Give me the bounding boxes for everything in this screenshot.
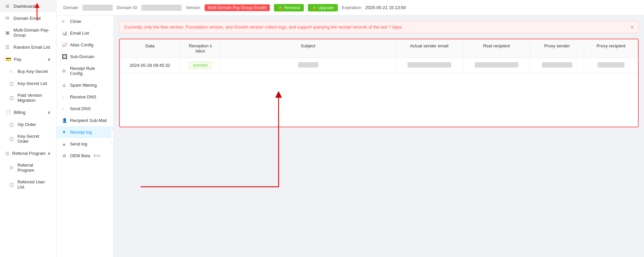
alert-close-button[interactable]: ✕ — [630, 25, 634, 30]
sub-label-email-list: Email List — [70, 31, 89, 36]
col-status: Reception status — [180, 39, 221, 57]
sub-item-receipt-log[interactable]: ▼ Receipt log — [57, 126, 113, 138]
oem-beta-badge: Beta — [94, 154, 101, 158]
version-badge: Multi-Domain Pay-Group-Growth — [205, 4, 270, 11]
col-proxy-recipient: Proxy recipient — [584, 39, 638, 57]
sidebar-item-referred-user-list[interactable]: ◫ Referred User List — [0, 176, 56, 193]
pay-chevron-icon: ∧ — [47, 57, 51, 62]
main-content: Currently, only the free version, Founda… — [114, 15, 644, 257]
sub-item-send-log[interactable]: ▲ Send log — [57, 138, 113, 150]
sidebar-label-referred-user-list: Referred User List — [17, 179, 51, 189]
sub-label-oem: OEM Beta — [70, 153, 90, 158]
sidebar-group-billing[interactable]: 📄 Billing ∧ — [0, 106, 56, 118]
sidebar-item-buy-key-secret[interactable]: ○ Buy Key-Secret — [0, 65, 56, 77]
spam-filtering-icon: 🖨 — [62, 83, 67, 88]
domain-id-label: Domain ID — [117, 5, 137, 10]
billing-chevron-icon: ∧ — [47, 110, 51, 115]
subject-blurred — [298, 62, 318, 68]
sub-domain-icon: 🔲 — [62, 54, 67, 59]
sub-item-alias-config[interactable]: 📈 Alias Config — [57, 39, 113, 51]
billing-icon: 📄 — [5, 110, 11, 115]
sidebar-label-referral: Referral Program — [12, 151, 46, 156]
random-email-icon: ☰ — [5, 44, 11, 50]
sidebar-group-pay[interactable]: 💳 Pay ∧ — [0, 53, 56, 65]
sub-label-spam-filtering: Spam filtering — [70, 83, 97, 88]
recipient-sub-mail-icon: 👤 — [62, 118, 67, 123]
sidebar-label-multi-domain: Multi-Domain Pay-Group — [13, 28, 51, 38]
sidebar-group-referral[interactable]: ◎ Referral Program ∧ — [0, 147, 56, 159]
domain-email-icon: ✉ — [5, 15, 11, 21]
sub-label-close: Close — [70, 19, 81, 24]
proxy-sender-blurred — [542, 62, 572, 68]
sub-item-receipt-rule-config[interactable]: ⚙ Receipt Rule Config — [57, 62, 113, 79]
version-label: Version — [186, 5, 200, 10]
real-recipient-blurred — [475, 62, 518, 68]
expiration-label: Expiration — [342, 5, 361, 10]
table-row: 2024-05-28 09:45:32 success — [120, 58, 638, 73]
sidebar-item-key-secret-list[interactable]: ◫ Key-Secret List — [0, 77, 56, 89]
col-actual-sender: Actual sender email — [396, 39, 463, 57]
alias-config-icon: 📈 — [62, 42, 67, 47]
dashboard-icon: ⊞ — [5, 3, 11, 9]
sidebar-item-key-secret-order[interactable]: ◫ Key-Secret Order — [0, 130, 56, 147]
sub-item-send-dns[interactable]: ↑ Send DNS — [57, 103, 113, 115]
sub-item-recipient-sub-mail[interactable]: 👤 Recipient Sub-Mail — [57, 115, 113, 126]
col-proxy-sender: Proxy sender — [530, 39, 584, 57]
sidebar-label-domain-email: Domain Email — [13, 16, 41, 21]
col-date: Data — [120, 39, 180, 57]
sub-sidebar-toggle[interactable]: ‹ — [111, 130, 114, 143]
receipt-log-icon: ▼ — [62, 130, 67, 135]
sidebar-label-billing: Billing — [14, 110, 26, 115]
sub-item-receive-dns[interactable]: ↓ Receive DNS — [57, 91, 113, 103]
col-real-recipient: Real recipient — [463, 39, 530, 57]
main-area: Domain Domain ID Version Multi-Domain Pa… — [57, 0, 644, 257]
cell-proxy-sender — [530, 58, 584, 73]
sidebar-label-random-email: Random Email List — [13, 45, 50, 50]
page-header: Domain Domain ID Version Multi-Domain Pa… — [57, 0, 644, 15]
domain-value — [82, 5, 113, 11]
paid-migration-icon: ◫ — [9, 95, 15, 100]
sidebar-label-buy-key-secret: Buy Key-Secret — [17, 69, 48, 74]
cell-status: success — [180, 58, 221, 73]
sidebar-item-multi-domain[interactable]: ▣ Multi-Domain Pay-Group — [0, 24, 56, 41]
cell-real-recipient — [463, 58, 530, 73]
sidebar-item-dashboard[interactable]: ⊞ Dashboard — [0, 0, 56, 12]
domain-id-value — [141, 5, 182, 11]
multi-domain-icon: ▣ — [5, 30, 11, 35]
oem-icon: 🖥 — [62, 153, 67, 158]
sidebar-item-paid-version-migration[interactable]: ◫ Paid Version Migration — [0, 89, 56, 106]
upgrade-button[interactable]: 🔒 Upgrade — [308, 4, 337, 11]
sub-label-receive-dns: Receive DNS — [70, 94, 96, 99]
cell-date: 2024-05-28 09:45:32 — [120, 59, 180, 72]
sidebar-item-random-email[interactable]: ☰ Random Email List — [0, 41, 56, 53]
sub-item-sub-domain[interactable]: 🔲 Sub-Domain — [57, 51, 113, 62]
data-table: Data Reception status Subject Actual sen… — [119, 39, 639, 127]
alert-message: Currently, only the free version, Founda… — [124, 25, 403, 30]
sub-label-sub-domain: Sub-Domain — [70, 54, 94, 59]
table-header: Data Reception status Subject Actual sen… — [120, 39, 638, 58]
sub-item-close[interactable]: ≡ Close — [57, 15, 113, 27]
sub-item-oem[interactable]: 🖥 OEM Beta Beta — [57, 150, 113, 162]
pay-icon: 💳 — [5, 56, 11, 62]
sub-sidebar: ‹ ≡ Close 📊 Email List 📈 Alias Config 🔲 … — [57, 15, 114, 257]
key-secret-list-icon: ◫ — [9, 81, 15, 86]
table-empty-area — [120, 73, 638, 127]
col-status-label: Reception status — [189, 43, 212, 53]
renewal-button[interactable]: 🔒 Renewal — [274, 4, 304, 11]
key-secret-order-icon: ◫ — [9, 136, 15, 141]
sidebar-item-domain-email[interactable]: ✉ Domain Email — [0, 12, 56, 24]
sub-item-spam-filtering[interactable]: 🖨 Spam filtering — [57, 79, 113, 91]
sidebar-item-vip-order[interactable]: ◫ Vip Order — [0, 118, 56, 130]
left-sidebar: ⊞ Dashboard ✉ Domain Email ▣ Multi-Domai… — [0, 0, 57, 257]
sidebar-item-referral-program-sub[interactable]: ⊙ Referral Program — [0, 159, 56, 176]
sub-label-receipt-log: Receipt log — [70, 130, 92, 135]
sidebar-label-key-secret-order: Key-Secret Order — [17, 134, 51, 144]
sidebar-label-pay: Pay — [14, 57, 21, 62]
sidebar-label-key-secret-list: Key-Secret List — [17, 81, 47, 86]
sub-item-email-list[interactable]: 📊 Email List — [57, 27, 113, 39]
sub-label-alias-config: Alias Config — [70, 42, 93, 47]
cell-actual-sender — [396, 58, 463, 73]
receive-dns-icon: ↓ — [62, 94, 67, 99]
referral-icon: ◎ — [5, 151, 9, 156]
sidebar-label-paid-version-migration: Paid Version Migration — [17, 93, 51, 103]
